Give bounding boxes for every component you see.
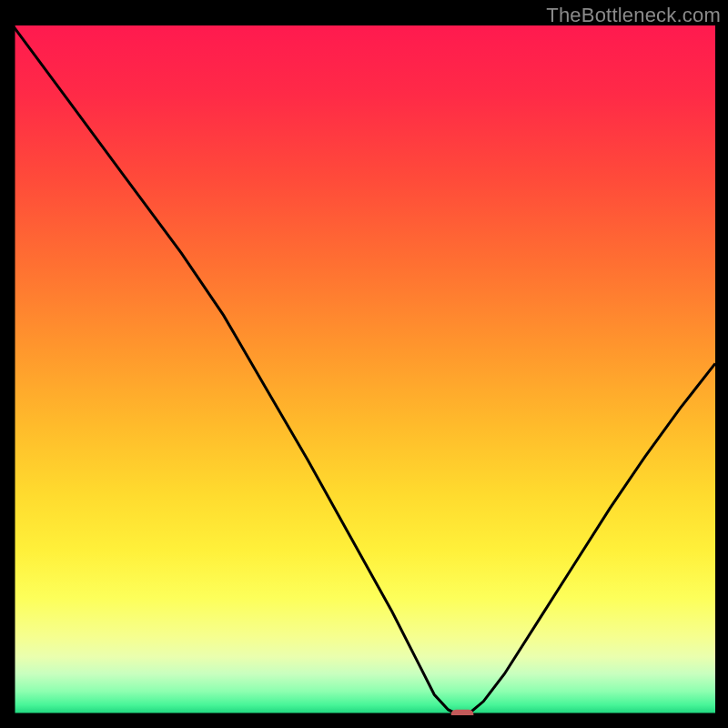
plot-svg xyxy=(13,25,715,715)
gradient-background xyxy=(13,25,715,715)
optimum-marker xyxy=(451,710,474,715)
chart-container: TheBottleneck.com xyxy=(0,0,728,728)
watermark-text: TheBottleneck.com xyxy=(546,4,721,27)
plot-frame xyxy=(13,25,715,715)
